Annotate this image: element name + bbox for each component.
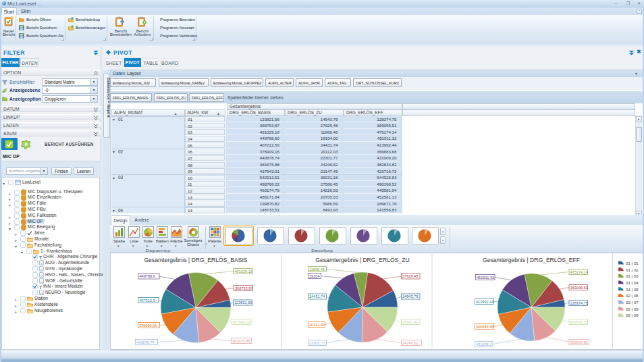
svg-text:437943,01: 437943,01 [233,320,250,324]
svg-text:11868,45: 11868,45 [309,267,325,272]
svg-text:22301,77: 22301,77 [309,341,325,345]
svg-text:Gesamtergebnis | DRG_ERLÖS_EFF: Gesamtergebnis | DRG_ERLÖS_EFF [483,257,580,263]
svg-text:431009,2: 431009,2 [476,342,491,346]
svg-text:407212,5: 407212,5 [140,299,155,303]
svg-text:24431,74: 24431,74 [309,294,325,299]
svg-text:423716,72: 423716,72 [570,320,588,324]
svg-text:19104: 19104 [309,274,320,278]
svg-text:23147,49: 23147,49 [402,320,418,324]
svg-text:20112,03: 20112,03 [309,323,325,327]
svg-text:Gesamtergebnis | DRG_ERLÖS_BAS: Gesamtergebnis | DRG_ERLÖS_BASIS [144,257,247,263]
svg-text:440878,74: 440878,74 [136,340,154,344]
svg-text:02 | 08: 02 | 08 [626,307,639,311]
svg-text:475174,14: 475174,14 [570,270,588,274]
svg-text:449788,6: 449788,6 [140,274,155,278]
svg-text:451511,32: 451511,32 [477,276,494,280]
svg-text:27629,48: 27629,48 [402,274,418,278]
svg-text:02 | 07: 02 | 07 [626,300,639,305]
svg-text:01 | 03: 01 | 03 [626,274,639,278]
svg-text:01 | 05: 01 | 05 [626,287,639,292]
svg-text:382834,82: 382834,82 [570,340,588,344]
svg-text:381675,88: 381675,88 [232,339,250,343]
svg-text:24246,62: 24246,62 [402,341,418,345]
svg-text:368753,87: 368753,87 [235,286,252,290]
svg-text:128374,75: 128374,75 [570,301,588,305]
svg-text:01 | 02: 01 | 02 [626,267,639,272]
svg-text:01 | 04: 01 | 04 [626,280,639,285]
svg-text:366683,68: 366683,68 [476,325,493,329]
svg-text:369095,51: 369095,51 [570,286,588,290]
svg-text:02 | 06: 02 | 06 [626,293,639,298]
svg-text:Gesamtergebnis | DRG_ERLÖS_ZU: Gesamtergebnis | DRG_ERLÖS_ZU [315,257,409,263]
svg-text:413992,44: 413992,44 [476,300,493,304]
svg-text:123821,56: 123821,56 [234,301,252,305]
svg-text:01 | 01: 01 | 01 [626,261,639,265]
svg-text:14943,79: 14943,79 [402,294,418,299]
svg-text:376909,16: 376909,16 [139,324,157,328]
svg-text:02 | 09: 02 | 09 [626,313,639,317]
svg-text:491029,18: 491029,18 [235,269,252,274]
